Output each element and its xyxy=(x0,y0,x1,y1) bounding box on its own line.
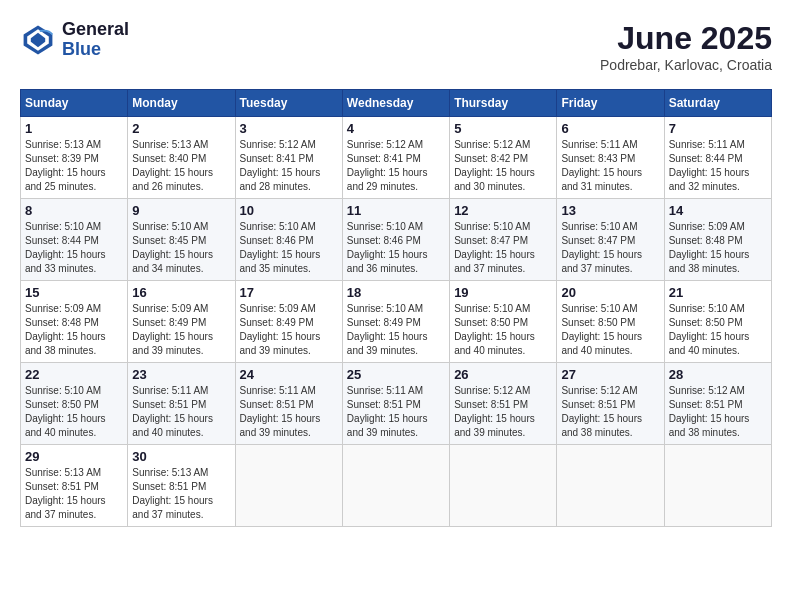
day-number: 15 xyxy=(25,285,123,300)
day-info: Sunrise: 5:10 AM Sunset: 8:46 PM Dayligh… xyxy=(347,220,445,276)
day-number: 21 xyxy=(669,285,767,300)
calendar-cell: 6Sunrise: 5:11 AM Sunset: 8:43 PM Daylig… xyxy=(557,117,664,199)
calendar-cell: 27Sunrise: 5:12 AM Sunset: 8:51 PM Dayli… xyxy=(557,363,664,445)
calendar-cell: 16Sunrise: 5:09 AM Sunset: 8:49 PM Dayli… xyxy=(128,281,235,363)
calendar-cell: 5Sunrise: 5:12 AM Sunset: 8:42 PM Daylig… xyxy=(450,117,557,199)
weekday-header-tuesday: Tuesday xyxy=(235,90,342,117)
day-info: Sunrise: 5:12 AM Sunset: 8:41 PM Dayligh… xyxy=(347,138,445,194)
day-info: Sunrise: 5:09 AM Sunset: 8:48 PM Dayligh… xyxy=(669,220,767,276)
day-number: 20 xyxy=(561,285,659,300)
calendar-cell xyxy=(450,445,557,527)
day-info: Sunrise: 5:10 AM Sunset: 8:50 PM Dayligh… xyxy=(561,302,659,358)
day-info: Sunrise: 5:11 AM Sunset: 8:44 PM Dayligh… xyxy=(669,138,767,194)
day-number: 30 xyxy=(132,449,230,464)
day-info: Sunrise: 5:11 AM Sunset: 8:51 PM Dayligh… xyxy=(132,384,230,440)
weekday-header-wednesday: Wednesday xyxy=(342,90,449,117)
day-number: 7 xyxy=(669,121,767,136)
day-number: 9 xyxy=(132,203,230,218)
day-info: Sunrise: 5:11 AM Sunset: 8:51 PM Dayligh… xyxy=(240,384,338,440)
day-number: 4 xyxy=(347,121,445,136)
day-info: Sunrise: 5:12 AM Sunset: 8:51 PM Dayligh… xyxy=(454,384,552,440)
calendar-cell: 21Sunrise: 5:10 AM Sunset: 8:50 PM Dayli… xyxy=(664,281,771,363)
day-number: 10 xyxy=(240,203,338,218)
weekday-header-saturday: Saturday xyxy=(664,90,771,117)
calendar-cell: 12Sunrise: 5:10 AM Sunset: 8:47 PM Dayli… xyxy=(450,199,557,281)
day-number: 27 xyxy=(561,367,659,382)
day-info: Sunrise: 5:13 AM Sunset: 8:40 PM Dayligh… xyxy=(132,138,230,194)
calendar-cell: 20Sunrise: 5:10 AM Sunset: 8:50 PM Dayli… xyxy=(557,281,664,363)
day-info: Sunrise: 5:09 AM Sunset: 8:49 PM Dayligh… xyxy=(240,302,338,358)
page-header: General Blue June 2025 Podrebar, Karlova… xyxy=(20,20,772,73)
day-number: 26 xyxy=(454,367,552,382)
day-number: 3 xyxy=(240,121,338,136)
day-number: 19 xyxy=(454,285,552,300)
calendar-week-3: 15Sunrise: 5:09 AM Sunset: 8:48 PM Dayli… xyxy=(21,281,772,363)
calendar-cell xyxy=(557,445,664,527)
calendar-cell: 30Sunrise: 5:13 AM Sunset: 8:51 PM Dayli… xyxy=(128,445,235,527)
day-info: Sunrise: 5:12 AM Sunset: 8:51 PM Dayligh… xyxy=(561,384,659,440)
calendar-cell: 9Sunrise: 5:10 AM Sunset: 8:45 PM Daylig… xyxy=(128,199,235,281)
day-info: Sunrise: 5:10 AM Sunset: 8:50 PM Dayligh… xyxy=(25,384,123,440)
day-info: Sunrise: 5:12 AM Sunset: 8:42 PM Dayligh… xyxy=(454,138,552,194)
day-number: 14 xyxy=(669,203,767,218)
day-number: 24 xyxy=(240,367,338,382)
day-number: 13 xyxy=(561,203,659,218)
day-number: 22 xyxy=(25,367,123,382)
calendar-cell: 17Sunrise: 5:09 AM Sunset: 8:49 PM Dayli… xyxy=(235,281,342,363)
calendar-cell: 14Sunrise: 5:09 AM Sunset: 8:48 PM Dayli… xyxy=(664,199,771,281)
weekday-header-row: SundayMondayTuesdayWednesdayThursdayFrid… xyxy=(21,90,772,117)
day-info: Sunrise: 5:11 AM Sunset: 8:51 PM Dayligh… xyxy=(347,384,445,440)
day-number: 25 xyxy=(347,367,445,382)
calendar-week-4: 22Sunrise: 5:10 AM Sunset: 8:50 PM Dayli… xyxy=(21,363,772,445)
calendar-cell: 26Sunrise: 5:12 AM Sunset: 8:51 PM Dayli… xyxy=(450,363,557,445)
calendar-cell: 25Sunrise: 5:11 AM Sunset: 8:51 PM Dayli… xyxy=(342,363,449,445)
day-number: 11 xyxy=(347,203,445,218)
day-info: Sunrise: 5:10 AM Sunset: 8:49 PM Dayligh… xyxy=(347,302,445,358)
day-info: Sunrise: 5:10 AM Sunset: 8:46 PM Dayligh… xyxy=(240,220,338,276)
calendar-week-1: 1Sunrise: 5:13 AM Sunset: 8:39 PM Daylig… xyxy=(21,117,772,199)
day-info: Sunrise: 5:10 AM Sunset: 8:47 PM Dayligh… xyxy=(561,220,659,276)
day-info: Sunrise: 5:09 AM Sunset: 8:49 PM Dayligh… xyxy=(132,302,230,358)
day-number: 18 xyxy=(347,285,445,300)
calendar-cell: 18Sunrise: 5:10 AM Sunset: 8:49 PM Dayli… xyxy=(342,281,449,363)
day-number: 1 xyxy=(25,121,123,136)
day-number: 16 xyxy=(132,285,230,300)
day-number: 2 xyxy=(132,121,230,136)
day-info: Sunrise: 5:10 AM Sunset: 8:45 PM Dayligh… xyxy=(132,220,230,276)
calendar-week-5: 29Sunrise: 5:13 AM Sunset: 8:51 PM Dayli… xyxy=(21,445,772,527)
calendar-subtitle: Podrebar, Karlovac, Croatia xyxy=(600,57,772,73)
day-info: Sunrise: 5:11 AM Sunset: 8:43 PM Dayligh… xyxy=(561,138,659,194)
calendar-cell: 2Sunrise: 5:13 AM Sunset: 8:40 PM Daylig… xyxy=(128,117,235,199)
day-number: 23 xyxy=(132,367,230,382)
logo: General Blue xyxy=(20,20,129,60)
weekday-header-thursday: Thursday xyxy=(450,90,557,117)
calendar-cell: 3Sunrise: 5:12 AM Sunset: 8:41 PM Daylig… xyxy=(235,117,342,199)
day-number: 5 xyxy=(454,121,552,136)
day-number: 17 xyxy=(240,285,338,300)
day-number: 12 xyxy=(454,203,552,218)
calendar-table: SundayMondayTuesdayWednesdayThursdayFrid… xyxy=(20,89,772,527)
calendar-cell xyxy=(235,445,342,527)
title-block: June 2025 Podrebar, Karlovac, Croatia xyxy=(600,20,772,73)
calendar-cell: 22Sunrise: 5:10 AM Sunset: 8:50 PM Dayli… xyxy=(21,363,128,445)
calendar-cell: 19Sunrise: 5:10 AM Sunset: 8:50 PM Dayli… xyxy=(450,281,557,363)
calendar-cell: 1Sunrise: 5:13 AM Sunset: 8:39 PM Daylig… xyxy=(21,117,128,199)
calendar-cell: 28Sunrise: 5:12 AM Sunset: 8:51 PM Dayli… xyxy=(664,363,771,445)
day-info: Sunrise: 5:10 AM Sunset: 8:47 PM Dayligh… xyxy=(454,220,552,276)
calendar-cell: 4Sunrise: 5:12 AM Sunset: 8:41 PM Daylig… xyxy=(342,117,449,199)
weekday-header-sunday: Sunday xyxy=(21,90,128,117)
calendar-cell: 24Sunrise: 5:11 AM Sunset: 8:51 PM Dayli… xyxy=(235,363,342,445)
calendar-title: June 2025 xyxy=(600,20,772,57)
logo-icon xyxy=(20,22,56,58)
day-info: Sunrise: 5:12 AM Sunset: 8:51 PM Dayligh… xyxy=(669,384,767,440)
calendar-cell: 23Sunrise: 5:11 AM Sunset: 8:51 PM Dayli… xyxy=(128,363,235,445)
calendar-cell xyxy=(342,445,449,527)
calendar-cell: 8Sunrise: 5:10 AM Sunset: 8:44 PM Daylig… xyxy=(21,199,128,281)
day-number: 8 xyxy=(25,203,123,218)
day-info: Sunrise: 5:12 AM Sunset: 8:41 PM Dayligh… xyxy=(240,138,338,194)
calendar-cell: 11Sunrise: 5:10 AM Sunset: 8:46 PM Dayli… xyxy=(342,199,449,281)
day-info: Sunrise: 5:13 AM Sunset: 8:51 PM Dayligh… xyxy=(132,466,230,522)
calendar-cell: 10Sunrise: 5:10 AM Sunset: 8:46 PM Dayli… xyxy=(235,199,342,281)
day-number: 29 xyxy=(25,449,123,464)
day-info: Sunrise: 5:10 AM Sunset: 8:50 PM Dayligh… xyxy=(454,302,552,358)
